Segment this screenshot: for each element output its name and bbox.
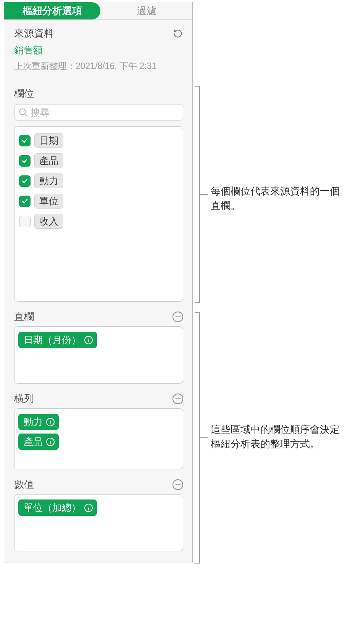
- pivot-options-panel: 樞紐分析選項 過濾 來源資料 銷售額 上次重新整理：2021/8/16, 下午 …: [4, 2, 193, 562]
- field-pill[interactable]: 日期: [34, 133, 63, 148]
- search-field-wrap[interactable]: [14, 104, 183, 121]
- field-row: 單位: [18, 191, 179, 211]
- last-refreshed-label: 上次重新整理：2021/8/16, 下午 2:31: [14, 60, 183, 72]
- rows-label: 橫列: [14, 392, 34, 405]
- fields-list: 日期產品動力單位收入: [14, 126, 183, 302]
- tab-bar: 樞紐分析選項 過濾: [4, 2, 192, 20]
- field-pill[interactable]: 收入: [34, 214, 63, 229]
- svg-text:i: i: [50, 438, 52, 445]
- zone-field-pill[interactable]: 日期（月份）i: [18, 332, 97, 348]
- columns-drop-zone[interactable]: 日期（月份）i: [14, 326, 183, 384]
- values-label: 數值: [14, 478, 34, 491]
- columns-label: 直欄: [14, 310, 34, 323]
- rows-more-button[interactable]: [172, 393, 183, 404]
- callout-fields-text: 每個欄位代表來源資料的一個直欄。: [211, 184, 340, 213]
- svg-text:i: i: [88, 336, 90, 344]
- refresh-icon[interactable]: [172, 28, 183, 39]
- source-data-label: 來源資料: [14, 27, 54, 40]
- callout-fields: 每個欄位代表來源資料的一個直欄。: [195, 86, 340, 303]
- source-section: 來源資料 銷售額 上次重新整理：2021/8/16, 下午 2:31: [4, 20, 192, 80]
- info-icon[interactable]: i: [84, 336, 93, 345]
- fields-section: 欄位 日期產品動力單位收入: [4, 80, 192, 302]
- columns-zone-section: 直欄 日期（月份）i: [4, 302, 192, 384]
- values-more-button[interactable]: [172, 479, 183, 490]
- field-row: 動力: [18, 171, 179, 191]
- rows-drop-zone[interactable]: 動力i產品i: [14, 408, 183, 469]
- field-pill[interactable]: 單位: [34, 194, 63, 209]
- svg-point-0: [19, 109, 25, 114]
- info-icon[interactable]: i: [84, 503, 93, 512]
- tab-pivot-options[interactable]: 樞紐分析選項: [4, 2, 100, 19]
- field-row: 產品: [18, 151, 179, 171]
- zone-field-label: 單位（加總）: [24, 501, 81, 514]
- zone-field-label: 日期（月份）: [24, 334, 81, 346]
- callout-zones-text: 這些區域中的欄位順序會決定樞紐分析表的整理方式。: [211, 422, 340, 451]
- info-icon[interactable]: i: [46, 437, 55, 446]
- fields-label: 欄位: [14, 87, 183, 100]
- search-icon: [18, 108, 28, 117]
- field-pill[interactable]: 動力: [34, 173, 63, 188]
- zone-field-pill[interactable]: 產品i: [18, 434, 59, 450]
- values-drop-zone[interactable]: 單位（加總）i: [14, 494, 183, 551]
- values-zone-section: 數值 單位（加總）i: [4, 469, 192, 551]
- field-row: 收入: [18, 211, 179, 231]
- svg-text:i: i: [88, 504, 90, 511]
- search-input[interactable]: [31, 107, 179, 118]
- field-checkbox[interactable]: [19, 135, 31, 146]
- rows-zone-section: 橫列 動力i產品i: [4, 384, 192, 469]
- field-checkbox[interactable]: [19, 175, 31, 187]
- field-pill[interactable]: 產品: [34, 153, 63, 168]
- zone-field-label: 產品: [24, 435, 43, 448]
- svg-line-1: [24, 114, 27, 116]
- field-checkbox[interactable]: [19, 216, 31, 227]
- svg-text:i: i: [50, 418, 52, 426]
- field-checkbox[interactable]: [19, 196, 31, 207]
- field-checkbox[interactable]: [19, 155, 31, 167]
- field-row: 日期: [18, 130, 179, 151]
- info-icon[interactable]: i: [46, 418, 55, 427]
- source-dataset-name[interactable]: 銷售額: [14, 44, 183, 56]
- columns-more-button[interactable]: [172, 312, 183, 322]
- callout-zones: 這些區域中的欄位順序會決定樞紐分析表的整理方式。: [195, 312, 340, 564]
- zone-field-pill[interactable]: 單位（加總）i: [18, 499, 97, 516]
- zone-field-pill[interactable]: 動力i: [18, 414, 59, 430]
- zone-field-label: 動力: [24, 416, 43, 428]
- tab-filter[interactable]: 過濾: [100, 2, 192, 19]
